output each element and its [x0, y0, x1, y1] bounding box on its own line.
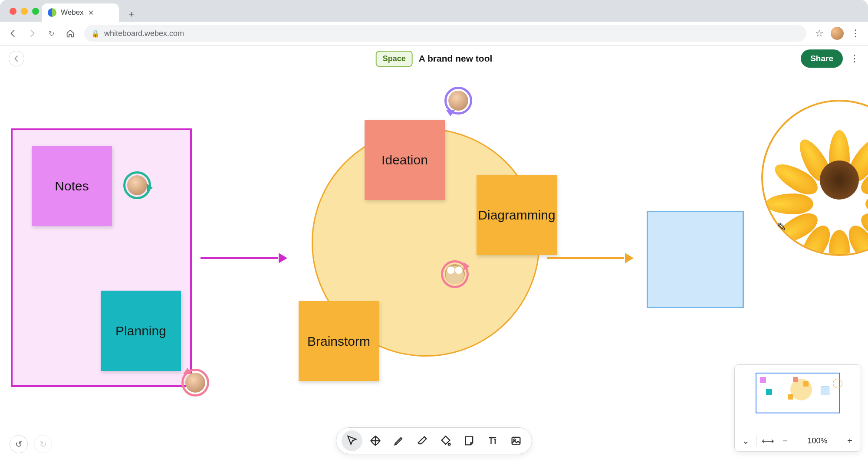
- tool-toolbar: [336, 427, 532, 454]
- minimap-panel: ⌄ ⟷ − 100% +: [734, 364, 861, 452]
- browser-toolbar: ↻ 🔒 whiteboard.webex.com ☆ ⋮: [0, 22, 868, 46]
- zoom-out-button[interactable]: −: [779, 434, 792, 447]
- zoom-value: 100%: [796, 436, 839, 446]
- zoom-menu-button[interactable]: ⌄: [739, 434, 752, 447]
- tab-strip: Webex ✕ +: [0, 0, 868, 22]
- space-chip[interactable]: Space: [376, 51, 413, 67]
- bookmark-icon[interactable]: ☆: [815, 28, 824, 39]
- share-button[interactable]: Share: [801, 49, 843, 68]
- browser-chrome: Webex ✕ + ↻ 🔒 whiteboard.webex.com ☆ ⋮: [0, 0, 868, 45]
- app-header: Space A brand new tool Share ⋮: [0, 45, 868, 72]
- zoom-in-button[interactable]: +: [843, 434, 856, 447]
- undo-button[interactable]: ↺: [10, 435, 28, 453]
- webex-favicon-icon: [48, 8, 56, 17]
- tool-text[interactable]: [482, 430, 503, 451]
- tool-sticky-note[interactable]: [459, 430, 480, 451]
- collaborator-cursor-green: [126, 174, 148, 197]
- nav-home-button[interactable]: [65, 28, 76, 39]
- browser-menu-icon[interactable]: ⋮: [851, 28, 860, 39]
- zoom-controls: ⌄ ⟷ − 100% +: [735, 430, 861, 451]
- sticky-diagramming[interactable]: Diagramming: [477, 175, 557, 255]
- tool-pan[interactable]: [365, 430, 386, 451]
- pencil-cursor-icon: ✎: [777, 220, 786, 234]
- sticky-planning[interactable]: Planning: [101, 291, 181, 371]
- browser-tab[interactable]: Webex ✕: [42, 3, 119, 22]
- minimap[interactable]: [735, 365, 861, 430]
- zoom-fit-button[interactable]: ⟷: [761, 434, 774, 447]
- tab-close-icon[interactable]: ✕: [88, 9, 94, 17]
- tool-pen[interactable]: [388, 430, 409, 451]
- svg-point-0: [448, 443, 450, 446]
- address-bar[interactable]: 🔒 whiteboard.webex.com: [84, 25, 806, 42]
- document-title[interactable]: A brand new tool: [419, 53, 493, 64]
- window-zoom-icon[interactable]: [32, 8, 39, 15]
- board-back-button[interactable]: [9, 51, 24, 66]
- tool-eraser[interactable]: [412, 430, 433, 451]
- sticky-ideation[interactable]: Ideation: [365, 120, 445, 200]
- header-right: Share ⋮: [801, 49, 859, 68]
- history-controls: ↺ ↻: [10, 435, 52, 453]
- svg-rect-1: [512, 437, 520, 444]
- redo-button: ↻: [34, 435, 52, 453]
- whiteboard-canvas[interactable]: Notes Planning Ideation Diagramming Brai…: [0, 72, 868, 462]
- shape-rectangle-blue[interactable]: [647, 211, 744, 308]
- header-center: Space A brand new tool: [376, 51, 493, 67]
- new-tab-button[interactable]: +: [124, 7, 139, 22]
- browser-right-controls: ☆ ⋮: [815, 27, 860, 40]
- url-text: whiteboard.webex.com: [104, 29, 184, 38]
- profile-avatar-icon[interactable]: [831, 27, 844, 40]
- app-more-menu-icon[interactable]: ⋮: [850, 53, 859, 64]
- window-minimize-icon[interactable]: [21, 8, 28, 15]
- window-controls: [10, 8, 39, 15]
- sticky-brainstorm[interactable]: Brainstorm: [299, 301, 379, 381]
- nav-forward-button[interactable]: [27, 28, 37, 39]
- tool-select[interactable]: [342, 430, 362, 451]
- tab-title: Webex: [61, 8, 84, 17]
- tool-image[interactable]: [506, 430, 526, 451]
- collaborator-cursor-purple: [447, 89, 470, 112]
- collaborator-cursor-pink-dog: [444, 263, 466, 285]
- sticky-notes[interactable]: Notes: [32, 146, 112, 226]
- tool-shapes[interactable]: [435, 430, 456, 451]
- lock-icon: 🔒: [91, 29, 100, 38]
- collaborator-cursor-pink: [184, 371, 207, 394]
- nav-reload-button[interactable]: ↻: [46, 28, 56, 39]
- nav-back-button[interactable]: [8, 28, 18, 39]
- image-sunflower[interactable]: [792, 132, 868, 228]
- window-close-icon[interactable]: [10, 8, 16, 15]
